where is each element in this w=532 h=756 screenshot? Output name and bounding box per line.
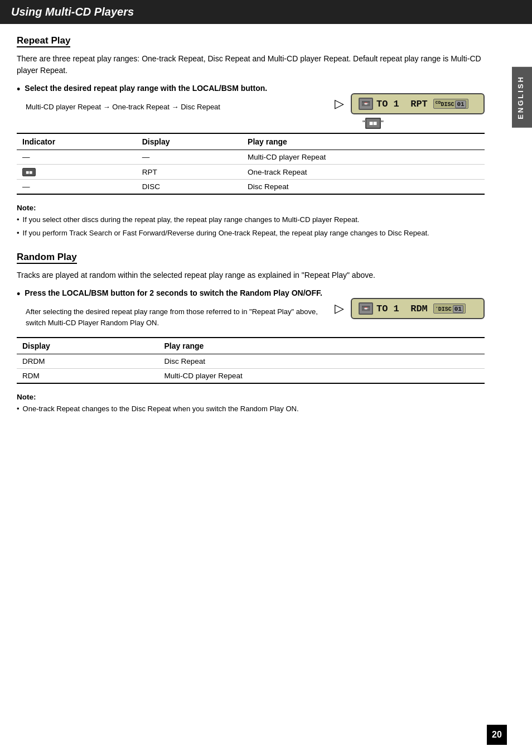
note-title: Note:: [17, 393, 485, 401]
bullet-dot: •: [17, 288, 20, 301]
repeat-lcd-display: 📼 TO 1 RPT CDDISC01: [351, 93, 485, 114]
random-play-display-area: ▷ 📼 TO 1 RDM •DISC01: [335, 288, 485, 328]
note-item-1: • One-track Repeat changes to the Disc R…: [17, 403, 485, 415]
page-number: 20: [487, 725, 507, 745]
random-play-bullet-text: Press the LOCAL/BSM button for 2 seconds…: [25, 288, 322, 299]
repeat-play-note: Note: • If you select other discs during…: [17, 204, 485, 238]
table-row: RDM Multi-CD player Repeat: [17, 369, 485, 384]
indicator-cell: —: [17, 180, 137, 195]
repeat-play-table: Indicator Display Play range — — Multi-C…: [17, 133, 485, 195]
display-cell: DISC: [137, 180, 242, 195]
repeat-quote-label: "■■": [362, 119, 384, 127]
table-header-playrange: Play range: [242, 133, 485, 150]
bullet-dot: •: [17, 83, 20, 96]
note-bullet: •: [17, 403, 20, 415]
repeat-display-row: ▷ 📼 TO 1 RPT CDDISC01: [335, 93, 485, 114]
arrow-icon: ▷: [335, 97, 344, 111]
playrange-cell: Disc Repeat: [242, 180, 485, 195]
note-text-1: If you select other discs during the rep…: [23, 214, 360, 225]
note-bullet: •: [17, 228, 20, 239]
display-cell: DRDM: [17, 354, 159, 369]
random-play-subtext: After selecting the desired repeat play …: [26, 306, 326, 328]
table-row: ■■ RPT One-track Repeat: [17, 165, 485, 180]
random-lcd-display: 📼 TO 1 RDM •DISC01: [351, 298, 485, 319]
lcd-tape-icon: 📼: [359, 302, 373, 315]
repeat-play-subtext: Multi-CD player Repeat → One-track Repea…: [26, 102, 326, 113]
table-row: — DISC Disc Repeat: [17, 180, 485, 195]
table-header-display: Display: [137, 133, 242, 150]
lcd-tape-icon: 📼: [359, 98, 373, 110]
lcd-disc-badge: CDDISC01: [433, 99, 468, 109]
note-title: Note:: [17, 204, 485, 212]
lcd-disc-badge: •DISC01: [433, 304, 466, 314]
language-label: ENGLISH: [516, 75, 525, 119]
note-text-2: If you perform Track Search or Fast Forw…: [23, 228, 429, 239]
display-cell: —: [137, 150, 242, 165]
random-play-left: • Press the LOCAL/BSM button for 2 secon…: [17, 288, 326, 328]
arrow-icon: ▷: [335, 301, 344, 316]
display-cell: RPT: [137, 165, 242, 180]
repeat-play-bullet: • Select the desired repeat play range w…: [17, 83, 326, 96]
note-bullet: •: [17, 214, 20, 225]
random-display-row: ▷ 📼 TO 1 RDM •DISC01: [335, 298, 485, 319]
repeat-play-bullet-text: Select the desired repeat play range wit…: [25, 83, 267, 94]
page-header: Using Multi-CD Players: [0, 0, 532, 24]
indicator-cell: —: [17, 150, 137, 165]
note-item-2: • If you perform Track Search or Fast Fo…: [17, 228, 485, 239]
repeat-play-content: • Select the desired repeat play range w…: [17, 83, 485, 127]
table-header-playrange: Play range: [159, 338, 485, 354]
playrange-cell: Disc Repeat: [159, 354, 485, 369]
display-cell: RDM: [17, 369, 159, 384]
random-play-heading: Random Play: [17, 252, 77, 264]
repeat-play-left: • Select the desired repeat play range w…: [17, 83, 326, 127]
random-play-bullet: • Press the LOCAL/BSM button for 2 secon…: [17, 288, 326, 301]
note-text-1: One-track Repeat changes to the Disc Rep…: [23, 403, 299, 415]
table-header-display: Display: [17, 338, 159, 354]
note-item-1: • If you select other discs during the r…: [17, 214, 485, 225]
playrange-cell: Multi-CD player Repeat: [242, 150, 485, 165]
table-row: DRDM Disc Repeat: [17, 354, 485, 369]
random-play-content: • Press the LOCAL/BSM button for 2 secon…: [17, 288, 485, 328]
indicator-cell: ■■: [17, 165, 137, 180]
repeat-play-section: Repeat Play There are three repeat play …: [17, 35, 485, 238]
playrange-cell: One-track Repeat: [242, 165, 485, 180]
table-header-indicator: Indicator: [17, 133, 137, 150]
random-play-table: Display Play range DRDM Disc Repeat RDM …: [17, 337, 485, 384]
page-title: Using Multi-CD Players: [11, 6, 134, 18]
repeat-play-heading: Repeat Play: [17, 35, 70, 47]
repeat-play-display-area: ▷ 📼 TO 1 RPT CDDISC01 "■■": [335, 83, 485, 127]
repeat-play-intro: There are three repeat play ranges: One-…: [17, 53, 485, 76]
table-row: — — Multi-CD player Repeat: [17, 150, 485, 165]
language-tab: ENGLISH: [512, 67, 532, 128]
playrange-cell: Multi-CD player Repeat: [159, 369, 485, 384]
lcd-text: TO 1 RPT: [376, 99, 428, 109]
lcd-text: TO 1 RDM: [376, 304, 428, 314]
random-play-section: Random Play Tracks are played at random …: [17, 252, 485, 415]
main-content: Repeat Play There are three repeat play …: [0, 35, 510, 439]
random-play-intro: Tracks are played at random within the s…: [17, 269, 485, 281]
random-play-note: Note: • One-track Repeat changes to the …: [17, 393, 485, 415]
